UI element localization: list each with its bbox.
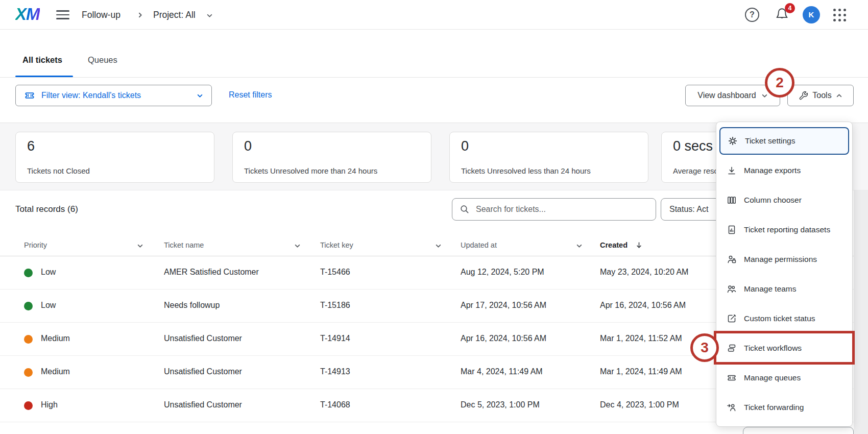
xm-logo[interactable]: XM xyxy=(15,5,40,24)
cell-ticket-name: Needs followup xyxy=(164,301,220,310)
cell-updated-at: Apr 17, 2024, 10:56 AM xyxy=(461,301,546,310)
chevron-up-icon xyxy=(836,92,842,99)
menu-item-column-chooser[interactable]: Column chooser xyxy=(716,185,852,215)
ticket-icon xyxy=(727,373,737,383)
wrench-icon xyxy=(799,91,808,101)
search-box[interactable] xyxy=(452,198,656,221)
menu-item-manage-teams[interactable]: Manage teams xyxy=(716,274,852,304)
menu-item-label: Manage exports xyxy=(744,166,801,175)
menu-item-ticket-reporting-datasets[interactable]: Ticket reporting datasets xyxy=(716,215,852,245)
tab-all-tickets[interactable]: All tickets xyxy=(22,55,62,65)
chevron-down-icon[interactable] xyxy=(137,243,143,249)
chevron-down-icon[interactable] xyxy=(576,243,583,249)
filter-view-dropdown[interactable]: Filter view: Kendall's tickets xyxy=(15,85,212,106)
user-avatar[interactable]: K xyxy=(803,6,820,23)
cell-ticket-key: T-14068 xyxy=(320,400,350,409)
menu-item-label: Ticket settings xyxy=(745,136,795,146)
stat-card-unresolved-less-24h: 0 Tickets Unresolved less than 24 hours xyxy=(449,132,648,183)
cell-created: Mar 1, 2024, 11:49 AM xyxy=(600,367,682,376)
sort-descending-icon[interactable] xyxy=(636,242,642,249)
menu-item-manage-queues[interactable]: Manage queues xyxy=(716,363,852,393)
chevron-right-icon xyxy=(137,12,143,18)
menu-item-label: Ticket reporting datasets xyxy=(744,225,830,234)
hamburger-menu-icon[interactable] xyxy=(56,10,69,19)
person-arrow-icon xyxy=(727,402,737,413)
stat-label: Average reso xyxy=(673,166,718,175)
cell-priority: Low xyxy=(41,301,56,310)
chevron-down-icon xyxy=(761,92,768,99)
cell-created: Mar 1, 2024, 11:52 AM xyxy=(600,334,682,343)
cell-ticket-name: AMER Satisfied Customer xyxy=(164,268,259,277)
menu-item-custom-ticket-status[interactable]: Custom ticket status xyxy=(716,304,852,333)
cell-created: Dec 4, 2023, 1:00 PM xyxy=(600,400,679,409)
gear-icon xyxy=(728,136,738,146)
column-header-ticket-key[interactable]: Ticket key xyxy=(320,241,353,249)
cell-ticket-key: T-15186 xyxy=(320,301,350,310)
chevron-down-icon xyxy=(197,92,203,99)
stat-value: 0 xyxy=(461,138,469,154)
filter-view-label: Filter view: Kendall's tickets xyxy=(41,91,141,100)
partially-visible-button[interactable] xyxy=(743,427,854,434)
column-header-priority[interactable]: Priority xyxy=(24,241,47,249)
cell-updated-at: Aug 12, 2024, 5:20 PM xyxy=(461,268,544,277)
cell-created: May 23, 2024, 10:20 AM xyxy=(600,268,688,277)
stat-value: 6 xyxy=(27,138,35,154)
chevron-down-icon[interactable] xyxy=(435,243,442,249)
edit-icon xyxy=(727,314,737,324)
workflow-icon xyxy=(727,343,737,353)
menu-item-manage-permissions[interactable]: Manage permissions xyxy=(716,245,852,274)
notification-count-badge: 4 xyxy=(785,3,795,13)
app-grid-icon[interactable] xyxy=(833,9,847,22)
menu-item-label: Ticket workflows xyxy=(744,344,802,353)
tools-menu: Ticket settings Manage exports Column ch… xyxy=(716,122,853,427)
menu-item-label: Ticket forwarding xyxy=(744,403,804,412)
stat-card-not-closed: 6 Tickets not Closed xyxy=(15,132,214,183)
cell-updated-at: Dec 5, 2023, 1:00 PM xyxy=(461,400,540,409)
chevron-down-icon[interactable] xyxy=(294,243,301,249)
column-header-created[interactable]: Created xyxy=(600,241,628,249)
cell-priority: Low xyxy=(41,268,56,277)
column-header-updated-at[interactable]: Updated at xyxy=(461,241,497,249)
top-bar: XM Follow-up Project: All ? 4 K xyxy=(0,0,868,30)
total-records-label: Total records (6) xyxy=(15,204,78,214)
tools-button[interactable]: Tools xyxy=(787,85,854,106)
cell-ticket-key: T-15466 xyxy=(320,268,350,277)
menu-item-manage-exports[interactable]: Manage exports xyxy=(716,156,852,185)
reset-filters-link[interactable]: Reset filters xyxy=(229,90,272,100)
menu-item-label: Manage queues xyxy=(744,373,801,382)
person-lock-icon xyxy=(727,254,737,264)
priority-dot xyxy=(24,335,33,344)
stat-value: 0 secs xyxy=(673,138,713,154)
menu-item-ticket-settings[interactable]: Ticket settings xyxy=(719,127,849,155)
status-filter-label: Status: Act xyxy=(669,205,708,214)
menu-item-label: Manage permissions xyxy=(744,255,817,264)
stat-label: Tickets Unresolved more than 24 hours xyxy=(244,166,377,175)
breadcrumb-project-scope[interactable]: Project: All xyxy=(153,0,196,30)
cell-priority: Medium xyxy=(41,367,70,376)
stat-label: Tickets Unresolved less than 24 hours xyxy=(461,166,591,175)
cell-ticket-key: T-14914 xyxy=(320,334,350,343)
cell-ticket-name: Unsatisfied Customer xyxy=(164,400,242,409)
menu-item-ticket-forwarding[interactable]: Ticket forwarding xyxy=(716,393,852,422)
stat-card-unresolved-more-24h: 0 Tickets Unresolved more than 24 hours xyxy=(232,132,431,183)
priority-dot xyxy=(24,302,33,310)
cell-updated-at: Apr 16, 2024, 10:56 AM xyxy=(461,334,546,343)
cell-ticket-name: Unsatisfied Customer xyxy=(164,367,242,376)
tabs-divider xyxy=(0,77,868,78)
chevron-down-icon[interactable] xyxy=(206,12,213,19)
menu-item-ticket-workflows[interactable]: Ticket workflows xyxy=(716,333,852,363)
cell-priority: Medium xyxy=(41,334,70,343)
tools-label: Tools xyxy=(812,91,831,100)
breadcrumb-project-name[interactable]: Follow-up xyxy=(82,0,120,30)
search-input[interactable] xyxy=(476,205,639,214)
menu-item-label: Column chooser xyxy=(744,196,802,205)
tab-queues[interactable]: Queues xyxy=(88,55,117,65)
cell-priority: High xyxy=(41,400,58,409)
report-document-icon xyxy=(727,225,737,235)
column-header-ticket-name[interactable]: Ticket name xyxy=(164,241,204,249)
cell-ticket-key: T-14913 xyxy=(320,367,350,376)
priority-dot xyxy=(24,269,33,277)
priority-dot xyxy=(24,401,33,410)
help-icon[interactable]: ? xyxy=(745,8,759,22)
cell-created: Apr 16, 2024, 10:56 AM xyxy=(600,301,686,310)
